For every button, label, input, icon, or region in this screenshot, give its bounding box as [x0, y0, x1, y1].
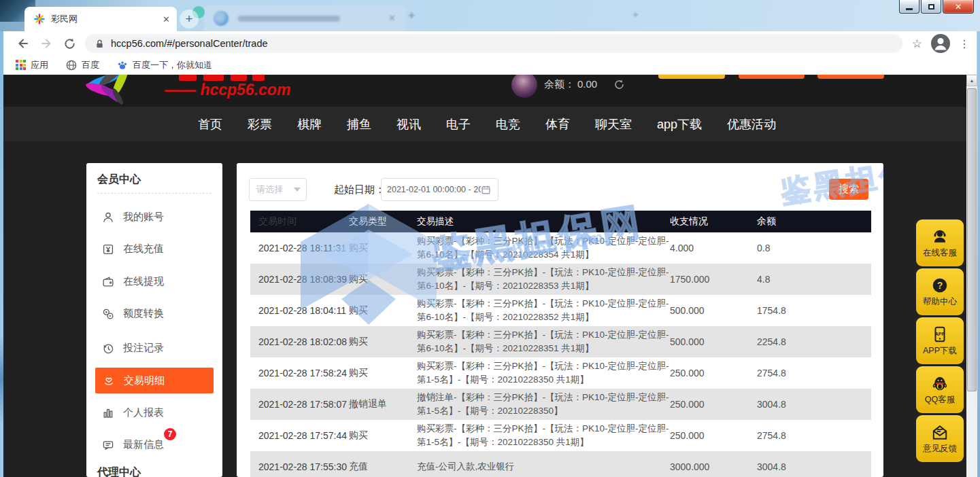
user-avatar[interactable]: [511, 75, 537, 98]
background-window-icon: +: [632, 8, 639, 20]
globe-icon: [66, 60, 77, 71]
window-frame-right: [977, 31, 980, 477]
nav-fishing[interactable]: 捕鱼: [347, 116, 371, 132]
member-center-sidebar: 会员中心 我的账号 在线充值 在线提现: [86, 163, 222, 477]
back-button[interactable]: [12, 37, 35, 50]
online-service-button[interactable]: 在线客服: [916, 219, 964, 266]
balance-display: 余额： 0.00: [544, 78, 597, 91]
svg-text:APP: APP: [935, 331, 945, 336]
sidebar-item-latest-message[interactable]: 最新信息: [86, 429, 222, 461]
partial-button-orange-2[interactable]: [817, 75, 884, 79]
sidebar-item-personal-report[interactable]: 个人报表: [86, 397, 222, 429]
search-button[interactable]: 搜索: [829, 179, 868, 200]
recharge-icon: [102, 243, 114, 255]
forward-button[interactable]: [35, 37, 58, 50]
report-icon: [102, 407, 114, 419]
address-bar[interactable]: hccp56.com/#/personalCenter/trade: [85, 34, 902, 53]
page-scrollbar[interactable]: ▲: [966, 75, 977, 477]
trade-detail-panel: 请选择 起始日期： 搜索 交易时间 交易类型 交易描述 收支情况 余额 20: [237, 163, 883, 477]
sidebar-agent-title: 代理中心: [97, 465, 141, 477]
nav-chess[interactable]: 棋牌: [297, 116, 322, 132]
sidebar-item-transfer[interactable]: 额度转换: [86, 298, 222, 330]
nav-chatroom[interactable]: 聊天室: [595, 116, 632, 132]
balance-label: 余额：: [544, 78, 575, 91]
nav-electronic[interactable]: 电子: [446, 116, 471, 132]
close-button[interactable]: ✕: [943, 0, 974, 14]
profile-avatar[interactable]: [930, 33, 951, 54]
sidebar-item-trade-detail[interactable]: 交易明细: [95, 368, 214, 393]
logo-domain-text: —— hccp56.com: [165, 81, 290, 99]
background-tab-close-icon: ✕: [388, 13, 396, 23]
help-center-icon: ?: [931, 277, 949, 294]
sidebar-item-bet-history[interactable]: 投注记录: [86, 332, 222, 364]
nav-sports[interactable]: 体育: [545, 116, 570, 132]
chevron-down-icon: [294, 188, 301, 192]
date-range-input[interactable]: [381, 178, 499, 201]
app-download-icon: APP: [931, 325, 949, 343]
lock-icon: [95, 38, 105, 50]
logo-text-fragment: [203, 75, 224, 81]
qq-service-icon: [931, 374, 949, 392]
site-nav: 首页 彩票 棋牌 捕鱼 视讯 电子 电竞 体育 聊天室 app下载 优惠活动: [3, 107, 966, 141]
nav-promotions[interactable]: 优惠活动: [727, 116, 776, 132]
type-select[interactable]: 请选择: [249, 178, 307, 201]
help-center-button[interactable]: ? 帮助中心: [916, 268, 964, 315]
sidebar-item-my-account[interactable]: 我的账号: [86, 201, 222, 233]
withdraw-icon: [102, 276, 114, 288]
nav-lottery[interactable]: 彩票: [248, 116, 272, 132]
tab-title: 彩民网: [51, 13, 163, 25]
nav-home[interactable]: 首页: [198, 116, 222, 132]
feedback-button[interactable]: 意见反馈: [916, 415, 964, 462]
divider: [97, 193, 212, 194]
nav-video[interactable]: 视讯: [396, 116, 421, 132]
col-trade-desc: 交易描述: [417, 215, 670, 228]
calendar-icon: [481, 185, 491, 195]
balance-value: 0.00: [577, 78, 597, 91]
nav-esports[interactable]: 电竞: [496, 116, 520, 132]
apps-grid-icon: [16, 60, 26, 70]
scrollbar-up-arrow[interactable]: ▲: [966, 75, 977, 86]
select-placeholder: 请选择: [256, 183, 283, 196]
bookmark-baidu[interactable]: 百度: [66, 59, 99, 71]
logo-text-fragment: [252, 75, 265, 81]
nav-app-download[interactable]: app下载: [657, 116, 702, 132]
message-icon: [102, 439, 114, 451]
table-header-row: 交易时间 交易类型 交易描述 收支情况 余额: [250, 211, 871, 232]
user-icon: [102, 211, 114, 224]
qq-service-button[interactable]: QQ客服: [916, 366, 964, 413]
bookmark-apps[interactable]: 应用: [16, 59, 48, 71]
site-header: —— hccp56.com 余额： 0.00: [3, 75, 966, 107]
partial-button-gold[interactable]: [658, 75, 725, 79]
table-row: 2021-02-28 17:55:30 充值 充值-公司入款,农业银行 3000…: [250, 451, 871, 477]
date-range-value[interactable]: [387, 185, 481, 194]
screen: ✕ + + 彩民网 ✕ + ✕: [0, 0, 980, 477]
balance-refresh-icon[interactable]: [613, 79, 625, 90]
table-row: 2021-02-28 18:11:31 购买 购买彩票-【彩种：三分PK拾】-【…: [250, 232, 871, 264]
app-download-button[interactable]: APP APP下载: [916, 317, 964, 364]
url-text: hccp56.com/#/personalCenter/trade: [111, 38, 268, 49]
maximize-button[interactable]: [921, 0, 941, 14]
sidebar-item-recharge[interactable]: 在线充值: [86, 233, 222, 265]
table-row: 2021-02-28 17:57:44 购买 购买彩票-【彩种：三分PK拾】-【…: [250, 420, 871, 451]
tab-close-icon[interactable]: ✕: [163, 14, 170, 24]
background-window-tab: ✕: [204, 5, 405, 31]
menu-dots-icon[interactable]: ⋮: [959, 37, 970, 50]
minimize-button[interactable]: [899, 0, 919, 14]
sidebar-item-withdraw[interactable]: 在线提现: [86, 266, 222, 298]
svg-text:?: ?: [937, 279, 943, 290]
scrollbar-thumb[interactable]: [967, 88, 977, 391]
floating-service-menu: 在线客服 ? 帮助中心 APP APP下载: [916, 219, 964, 464]
logo-text-fragment: [231, 75, 247, 81]
background-tab-title-blur: [238, 16, 340, 22]
bet-history-icon: [102, 342, 114, 355]
new-tab-button[interactable]: +: [180, 10, 199, 29]
bookmark-star-icon[interactable]: ☆: [912, 37, 922, 51]
refresh-button[interactable]: [58, 37, 81, 50]
table-row: 2021-02-28 18:08:39 购买 购买彩票-【彩种：三分PK拾】-【…: [250, 264, 871, 295]
paw-icon: [117, 60, 128, 71]
bookmark-baidu-search[interactable]: 百度一下，你就知道: [117, 59, 212, 71]
feedback-icon: [931, 423, 949, 441]
partial-button-orange-1[interactable]: [739, 75, 805, 79]
browser-tab[interactable]: 彩民网 ✕: [24, 7, 177, 31]
logo-text-fragment: [179, 75, 197, 81]
